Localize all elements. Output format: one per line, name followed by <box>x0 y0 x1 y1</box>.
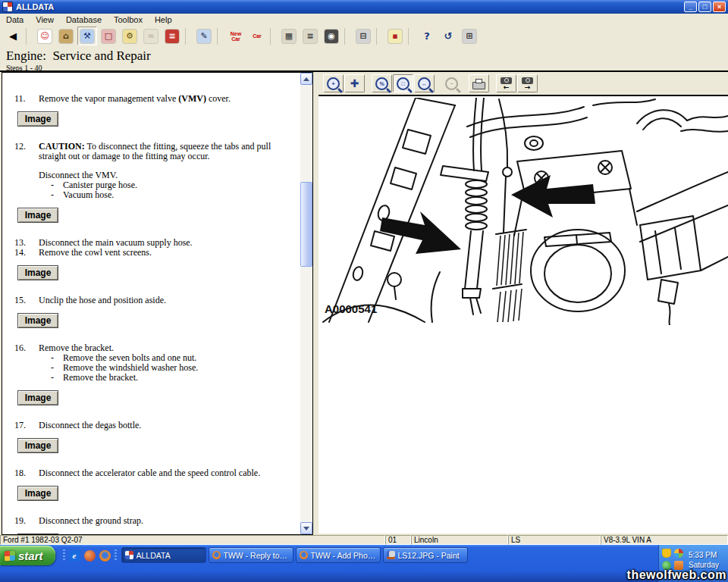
fit-window-button[interactable]: □ <box>393 74 413 92</box>
step-text: Remove the cowl vent screens. <box>39 248 164 258</box>
toolbar-separator <box>217 28 223 45</box>
diagram-area: A0000541 <box>318 96 728 534</box>
image-button[interactable]: Image <box>17 111 58 127</box>
menu-toolbox[interactable]: Toolbox <box>108 15 149 24</box>
mascot-icon-glyph: ☺ <box>38 30 52 43</box>
fit-window-button-icon: □ <box>397 77 410 90</box>
actual-size-button[interactable]: % <box>372 74 392 92</box>
garage-icon[interactable]: ⌂ <box>56 27 76 45</box>
scroll-up-button[interactable] <box>300 73 312 85</box>
menu-view[interactable]: View <box>30 15 60 24</box>
menu-data[interactable]: Data <box>0 15 30 24</box>
firefox-icon[interactable] <box>99 550 111 562</box>
monitor-icon-glyph: □ <box>102 30 115 43</box>
step-text: Disconnect the ground strap. <box>39 516 155 526</box>
note-button[interactable]: ▪ <box>385 27 405 45</box>
new-car-button[interactable]: New Car <box>226 27 246 45</box>
history-button-glyph: ↺ <box>444 30 453 42</box>
security-shield-icon[interactable] <box>662 549 671 558</box>
repair-info-button[interactable]: ⚒ <box>77 27 97 45</box>
image-button[interactable]: Image <box>17 265 58 280</box>
menu-database[interactable]: Database <box>60 15 108 24</box>
restore-button[interactable]: □ <box>698 2 711 12</box>
subitem-text: Remove the bracket. <box>63 373 138 383</box>
start-button[interactable]: start <box>0 546 55 565</box>
camera-arrow-icon: ← <box>504 84 510 90</box>
mag-symbol: □ <box>401 81 404 86</box>
camera-view-button[interactable]: ◉ <box>322 27 341 45</box>
step-11: 11.Remove the vapor management valve (VM… <box>14 94 300 104</box>
internet-explorer-icon[interactable]: e <box>69 550 80 562</box>
engine-diagram <box>318 98 728 325</box>
fit-width-button-icon: ↔ <box>418 77 431 90</box>
mag-symbol: ↔ <box>422 81 427 86</box>
step-number: 14. <box>14 248 34 258</box>
help-button-glyph: ? <box>424 30 430 42</box>
tools-icon-glyph: ✎ <box>197 30 211 43</box>
fit-width-button[interactable]: ↔ <box>414 74 435 92</box>
figure-label: A0000541 <box>325 302 377 315</box>
image-button[interactable]: Image <box>17 313 58 328</box>
repair-info-button-glyph: ⚒ <box>80 30 94 43</box>
help-button[interactable]: ? <box>417 27 437 45</box>
print-button-glyph: ⊟ <box>356 30 370 43</box>
pan-icon: ✚ <box>350 78 359 89</box>
zoom-out-button-icon: − <box>445 77 458 90</box>
image-button[interactable]: Image <box>17 390 58 405</box>
step-text: Remove the vapor management valve (VMV) … <box>39 94 243 104</box>
mascot-icon[interactable]: ☺ <box>35 27 55 45</box>
step-19: 19.Disconnect the ground strap. <box>14 516 300 526</box>
previous-image-button[interactable]: ← <box>496 74 516 92</box>
used-car-button[interactable]: Car <box>247 27 267 45</box>
list-view-button[interactable]: ≡ <box>300 27 320 45</box>
monitor-icon[interactable]: □ <box>99 27 118 45</box>
zoom-in-button-icon: + <box>327 77 340 90</box>
close-button[interactable]: × <box>713 2 726 12</box>
task-label: TWW - Reply to Topic... <box>224 551 290 560</box>
print-button[interactable]: ⊟ <box>353 27 373 45</box>
back-button-glyph: ◀ <box>9 30 17 42</box>
next-image-button[interactable]: → <box>517 74 538 92</box>
status-bar: Ford #1 1982-03 Q2-0701LincolnLSV8-3.9L … <box>0 535 728 545</box>
status-cell-0: Ford #1 1982-03 Q2-07 <box>0 535 385 545</box>
image-button[interactable]: Image <box>17 208 58 223</box>
image-button[interactable]: Image <box>17 486 58 501</box>
zoom-in-button[interactable]: + <box>323 74 344 92</box>
alldata-app-icon <box>2 2 13 12</box>
toolbar-separator <box>344 28 350 45</box>
up-arrow-icon <box>303 77 309 81</box>
book-icon[interactable]: ≡ <box>162 27 182 45</box>
clock-time: 5:33 PM <box>689 550 719 560</box>
menu-bar: DataViewDatabaseToolboxHelp <box>0 14 728 25</box>
tools-icon[interactable]: ✎ <box>194 27 214 45</box>
status-cell-4: V8-3.9L VIN A <box>601 535 728 545</box>
task-tww-add-photos[interactable]: TWW - Add Photos - ... <box>296 547 381 563</box>
history-button[interactable]: ↺ <box>438 27 458 45</box>
windows-update-icon[interactable] <box>674 549 683 558</box>
paint-icon <box>387 551 395 559</box>
scrollbar-track[interactable] <box>300 85 312 522</box>
taskbar: start e ALLDATATWW - Reply to Topic...TW… <box>0 545 728 582</box>
camera-icon <box>500 77 512 84</box>
print-image-button[interactable] <box>469 74 489 92</box>
fax-button[interactable]: ⊞ <box>460 27 479 45</box>
image-button[interactable]: Image <box>17 534 58 534</box>
scrollbar-thumb[interactable] <box>300 182 312 267</box>
vertical-scrollbar[interactable] <box>300 73 312 534</box>
task-paint[interactable]: LS12.JPG - Paint <box>383 547 468 563</box>
toolbar-separator <box>408 28 414 45</box>
status-cell-1: 01 <box>385 535 411 545</box>
task-alldata[interactable]: ALLDATA <box>121 547 206 563</box>
minimize-button[interactable]: _ <box>684 2 697 12</box>
back-button[interactable]: ◀ <box>3 27 23 45</box>
image-button[interactable]: Image <box>17 438 58 453</box>
columns-view-button[interactable]: ▦ <box>279 27 299 45</box>
pan-button[interactable]: ✚ <box>344 74 365 92</box>
scroll-down-button[interactable] <box>300 522 312 534</box>
maintenance-icon[interactable]: ⚙ <box>120 27 140 45</box>
menu-help[interactable]: Help <box>149 15 178 24</box>
maintenance-icon-glyph: ⚙ <box>123 30 136 43</box>
task-tww-reply[interactable]: TWW - Reply to Topic... <box>209 547 293 563</box>
status-cell-2: Lincoln <box>411 535 508 545</box>
mail-app-icon[interactable] <box>84 550 96 562</box>
